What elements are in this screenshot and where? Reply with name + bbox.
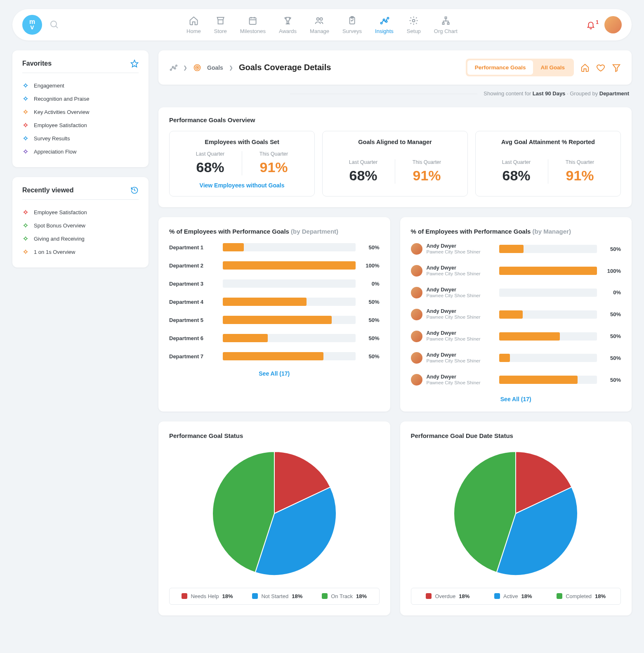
stat-link[interactable]: View Employees without Goals [179,182,305,189]
filter-icon[interactable] [612,63,621,72]
bar-label: Department 5 [169,317,217,323]
mgr-bar-row: Andy DwyerPawnee City Shoe Shiner0% [411,287,621,299]
user-avatar[interactable] [604,16,622,33]
legend-item: Completed 18% [557,593,606,599]
bar-pct: 50% [603,246,621,252]
goal-status-title: Performance Goal Status [169,432,380,439]
svg-point-21 [24,111,26,113]
nav-manage[interactable]: Manage [310,16,329,34]
mgr-chart-title: % of Employees with Performance Goals (b… [411,228,621,235]
svg-point-20 [24,97,26,99]
mgr-cell[interactable]: Andy DwyerPawnee City Shoe Shiner [411,287,493,299]
svg-rect-17 [447,23,449,24]
svg-point-7 [320,18,323,20]
gear-icon [409,16,419,26]
bar-track [499,289,597,297]
bar-pct: 100% [361,263,380,269]
mgr-cell[interactable]: Andy DwyerPawnee City Shoe Shiner [411,243,493,255]
dept-chart-card: % of Employees with Performance Goals (b… [158,217,390,412]
insights-icon[interactable] [169,64,177,72]
bar-pct: 0% [361,281,380,287]
list-item-icon [22,248,29,255]
bar-track [499,376,597,384]
svg-rect-16 [442,23,444,24]
topbar: mv HomeStoreMilestonesAwardsManageSurvey… [12,9,632,40]
sidebar-item[interactable]: 1 on 1s Overview [22,245,139,258]
goal-status-card: Performance Goal Status Needs Help 18%No… [158,421,390,615]
nav-awards[interactable]: Awards [279,16,297,34]
chevron-right-icon: ❯ [229,65,233,71]
mgr-cell[interactable]: Andy DwyerPawnee City Shoe Shiner [411,352,493,364]
sidebar-item[interactable]: Giving and Receiving [22,232,139,245]
svg-point-0 [51,21,57,27]
mgr-cell[interactable]: Andy DwyerPawnee City Shoe Shiner [411,330,493,342]
bar-track [223,352,356,360]
list-item-icon [22,122,29,128]
nav-insights[interactable]: Insights [375,16,394,34]
home-icon[interactable] [580,63,590,72]
page-title: Goals Coverage Details [239,63,331,72]
legend-item: Active 18% [494,593,532,599]
sidebar-item[interactable]: Key Activities Overview [22,105,139,118]
nav-home[interactable]: Home [186,16,201,34]
nav-setup[interactable]: Setup [407,16,421,34]
mgr-avatar [411,374,422,386]
mgr-bar-row: Andy DwyerPawnee City Shoe Shiner50% [411,374,621,386]
tab-performance-goals[interactable]: Performance Goals [467,60,533,75]
nav-surveys[interactable]: Surveys [342,16,362,34]
list-item-icon [22,82,29,89]
bar-track [499,245,597,253]
filter-summary: Showing content for Last 90 Days · Group… [158,90,632,97]
mgr-see-all-link[interactable]: See All (17) [500,396,531,402]
list-item-icon [22,222,29,229]
mgr-bar-row: Andy DwyerPawnee City Shoe Shiner50% [411,352,621,364]
legend-swatch [322,593,328,599]
notifications-bell-icon[interactable]: 1 [586,20,595,29]
sidebar-item[interactable]: Engagement [22,79,139,92]
breadcrumb-goals-link[interactable]: Goals [207,64,223,71]
sidebar-item[interactable]: Appreciation Flow [22,145,139,158]
star-icon[interactable] [130,59,139,68]
legend-item: On Track 18% [322,593,367,599]
sidebar-item[interactable]: Employee Satisfaction [22,206,139,219]
stat-title: Employees with Goals Set [179,139,305,145]
search-icon[interactable] [50,20,59,30]
dept-see-all-link[interactable]: See All (17) [259,370,290,377]
dept-bar-row: Department 2100% [169,261,380,270]
goals-icon[interactable] [193,64,201,72]
sidebar-item[interactable]: Employee Satisfaction [22,118,139,132]
heart-icon[interactable] [596,63,605,72]
mgr-avatar [411,352,422,364]
due-date-status-card: Performance Goal Due Date Status Overdue… [400,421,632,615]
pie-chart [450,447,582,580]
breadcrumb-bar: ❯ Goals ❯ Goals Coverage Details Perform… [158,50,632,85]
legend-swatch [252,593,258,599]
list-item-icon [22,95,29,102]
svg-marker-18 [131,60,138,67]
mgr-avatar [411,331,422,342]
bar-track [223,298,356,306]
calendar-icon [248,16,258,26]
clipboard-icon [347,16,357,26]
mgr-cell[interactable]: Andy DwyerPawnee City Shoe Shiner [411,374,493,386]
tab-all-goals[interactable]: All Goals [533,60,572,75]
svg-rect-2 [250,18,256,24]
list-item-icon [22,209,29,215]
stat-box: Avg Goal Attainment % ReportedLast Quart… [475,131,621,196]
mgr-bar-row: Andy DwyerPawnee City Shoe Shiner50% [411,330,621,342]
logo[interactable]: mv [22,15,42,35]
mgr-cell[interactable]: Andy DwyerPawnee City Shoe Shiner [411,308,493,320]
bar-pct: 50% [361,317,380,323]
nav-org-chart[interactable]: Org Chart [434,16,458,34]
bar-pct: 50% [361,353,380,360]
nav-store[interactable]: Store [214,16,227,34]
sidebar-item[interactable]: Spot Bonus Overview [22,219,139,232]
svg-point-19 [24,84,26,86]
mgr-cell[interactable]: Andy DwyerPawnee City Shoe Shiner [411,265,493,277]
sidebar-item[interactable]: Survey Results [22,132,139,145]
sidebar-item[interactable]: Recognition and Praise [22,92,139,105]
mgr-chart-card: % of Employees with Performance Goals (b… [400,217,632,412]
history-icon[interactable] [130,186,139,194]
bar-pct: 50% [603,377,621,383]
nav-milestones[interactable]: Milestones [240,16,266,34]
